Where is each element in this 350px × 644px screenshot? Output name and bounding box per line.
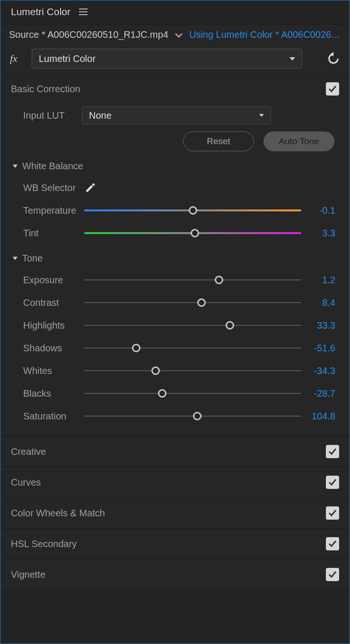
slider-knob[interactable] <box>132 344 140 352</box>
chevron-down-icon[interactable] <box>175 29 183 40</box>
section-title: Basic Correction <box>11 84 80 95</box>
slider-knob[interactable] <box>193 412 201 420</box>
tint-track[interactable] <box>84 227 301 239</box>
shadows-track[interactable] <box>84 342 301 354</box>
highlights-value[interactable]: 33.3 <box>301 320 339 331</box>
group-title: Tone <box>22 253 43 264</box>
panel-title: Lumetri Color <box>11 6 70 17</box>
slider-knob[interactable] <box>158 389 166 398</box>
breadcrumb-sequence[interactable]: Using Lumetri Color * A006C0026… <box>189 29 341 40</box>
section-header[interactable]: Creative <box>0 436 350 467</box>
section-color-wheels: Color Wheels & Match <box>0 497 350 528</box>
breadcrumb: Source * A006C00260510_R1JC.mp4 Using Lu… <box>0 24 350 46</box>
input-lut-row: Input LUT None <box>11 104 339 127</box>
slider-knob[interactable] <box>151 366 160 375</box>
chevron-down-icon <box>13 165 18 168</box>
temperature-slider: Temperature -0.1 <box>11 199 339 222</box>
whites-value[interactable]: -34.3 <box>301 366 339 376</box>
blacks-slider: Blacks -28.7 <box>11 382 339 405</box>
chevron-down-icon <box>259 114 264 117</box>
section-creative: Creative <box>0 436 350 467</box>
temperature-track[interactable] <box>84 205 301 216</box>
section-hsl-secondary: HSL Secondary <box>0 528 350 559</box>
section-checkbox[interactable] <box>326 568 339 581</box>
auto-tone-button[interactable]: Auto Tone <box>263 131 334 151</box>
exposure-value[interactable]: 1.2 <box>301 275 339 286</box>
section-basic-correction: Basic Correction Input LUT None Reset Au… <box>0 73 350 436</box>
slider-knob[interactable] <box>191 229 199 237</box>
wb-selector-row: WB Selector <box>11 176 339 199</box>
input-lut-label: Input LUT <box>11 110 82 121</box>
section-checkbox[interactable] <box>326 506 339 520</box>
blacks-track[interactable] <box>84 388 301 399</box>
eyedropper-icon[interactable] <box>84 182 96 194</box>
chevron-down-icon <box>289 57 295 61</box>
saturation-value[interactable]: 104.8 <box>301 411 339 422</box>
tone-group[interactable]: Tone <box>11 248 339 269</box>
highlights-slider: Highlights 33.3 <box>11 314 339 337</box>
highlights-track[interactable] <box>84 320 301 331</box>
fx-badge[interactable]: fx <box>10 52 26 65</box>
exposure-track[interactable] <box>84 274 301 286</box>
breadcrumb-source[interactable]: Source * A006C00260510_R1JC.mp4 <box>9 29 168 40</box>
reset-icon[interactable] <box>327 52 340 65</box>
saturation-slider: Saturation 104.8 <box>11 405 339 427</box>
section-header[interactable]: Curves <box>0 467 350 497</box>
input-lut-value: None <box>89 110 112 121</box>
reset-button[interactable]: Reset <box>183 131 254 151</box>
slider-knob[interactable] <box>197 298 206 307</box>
panel-menu-icon[interactable] <box>79 9 88 15</box>
slider-knob[interactable] <box>226 321 234 330</box>
slider-knob[interactable] <box>189 206 197 215</box>
group-title: White Balance <box>22 161 83 172</box>
effect-dropdown[interactable]: Lumetri Color <box>32 49 302 69</box>
contrast-value[interactable]: 8.4 <box>301 297 339 308</box>
slider-knob[interactable] <box>215 276 223 284</box>
section-header[interactable]: Color Wheels & Match <box>0 498 350 528</box>
chevron-down-icon <box>13 257 18 260</box>
tint-slider: Tint 3.3 <box>11 222 339 244</box>
section-checkbox[interactable] <box>326 537 339 550</box>
section-checkbox[interactable] <box>326 445 339 458</box>
panel-header: Lumetri Color <box>0 0 350 24</box>
tint-value[interactable]: 3.3 <box>301 228 339 239</box>
whites-slider: Whites -34.3 <box>11 359 339 382</box>
contrast-slider: Contrast 8.4 <box>11 291 339 314</box>
contrast-track[interactable] <box>84 297 301 308</box>
effect-row: fx Lumetri Color <box>0 46 350 73</box>
saturation-track[interactable] <box>84 410 301 422</box>
section-checkbox[interactable] <box>326 476 339 489</box>
input-lut-dropdown[interactable]: None <box>82 106 271 124</box>
white-balance-group[interactable]: White Balance <box>11 156 339 176</box>
section-curves: Curves <box>0 467 350 497</box>
wb-selector-label: WB Selector <box>11 183 84 193</box>
section-header[interactable]: HSL Secondary <box>0 529 350 559</box>
whites-track[interactable] <box>84 365 301 376</box>
blacks-value[interactable]: -28.7 <box>301 388 339 399</box>
shadows-slider: Shadows -51.6 <box>11 337 339 359</box>
section-header[interactable]: Basic Correction <box>0 74 350 104</box>
section-checkbox[interactable] <box>326 82 339 96</box>
effect-name: Lumetri Color <box>39 53 96 64</box>
section-header[interactable]: Vignette <box>0 559 350 590</box>
section-vignette: Vignette <box>0 559 350 590</box>
shadows-value[interactable]: -51.6 <box>301 343 339 354</box>
temperature-value[interactable]: -0.1 <box>301 205 339 216</box>
exposure-slider: Exposure 1.2 <box>11 269 339 291</box>
